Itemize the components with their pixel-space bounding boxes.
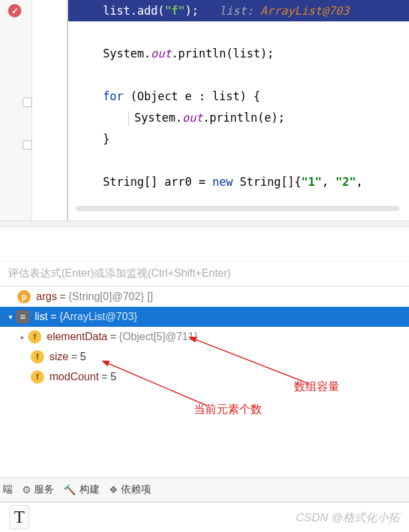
layers-icon: ❖ [109, 484, 118, 496]
fold-icon[interactable] [23, 140, 32, 150]
field-icon: f [31, 350, 44, 364]
code-line: String[] arr0 = new String[]{"1", "2", [68, 171, 409, 192]
code-content[interactable]: list.add("f"); list: ArrayList@703 Syste… [68, 0, 409, 221]
horizontal-scrollbar[interactable] [76, 206, 400, 211]
tree-row[interactable]: f size = 5 [0, 347, 409, 367]
local-var-icon: ≡ [16, 310, 29, 323]
status-bar: T CSDN @格式化小拓 [0, 503, 409, 532]
watermark: CSDN @格式化小拓 [296, 510, 400, 525]
field-icon: f [28, 330, 41, 344]
code-line: System.out.println(list); [68, 43, 409, 64]
code-line: } [68, 128, 409, 150]
code-line [68, 150, 409, 171]
tab-build[interactable]: 🔨构建 [63, 483, 100, 496]
annotation-label: 当前元素个数 [194, 402, 262, 417]
tree-row[interactable]: ▸ f elementData = {Object[5]@711} [0, 327, 409, 347]
tool-window-tabs[interactable]: 端 ⚙服务 🔨构建 ❖依赖项 [0, 477, 409, 501]
editor-gutter [32, 0, 68, 221]
code-line: System.out.println(e); [68, 107, 409, 128]
tree-row[interactable]: p args = {String[0]@702} [] [0, 287, 409, 307]
chevron-down-icon[interactable]: ▾ [5, 313, 16, 321]
debug-variables-tree[interactable]: p args = {String[0]@702} [] ▾ ≡ list = {… [0, 287, 409, 387]
chevron-right-icon[interactable]: ▸ [17, 333, 28, 342]
param-icon: p [17, 290, 31, 303]
tree-row-selected[interactable]: ▾ ≡ list = {ArrayList@703} [0, 307, 409, 327]
code-line: for (Object e : list) { [68, 86, 409, 107]
tab-terminal[interactable]: 端 [3, 483, 13, 496]
fold-icon[interactable] [23, 98, 32, 107]
hammer-icon: 🔨 [63, 484, 76, 496]
code-line [68, 64, 409, 86]
evaluate-expression-input[interactable]: 评估表达式(Enter)或添加监视(Ctrl+Shift+Enter) [0, 261, 409, 287]
panel-divider[interactable] [0, 221, 409, 227]
code-line [68, 21, 409, 43]
annotation-label: 数组容量 [294, 379, 339, 394]
execution-line: list.add("f"); list: ArrayList@703 [68, 0, 409, 21]
tab-services[interactable]: ⚙服务 [22, 483, 54, 496]
tree-row[interactable]: f modCount = 5 [0, 367, 409, 387]
field-icon: f [31, 370, 44, 384]
code-editor[interactable]: list.add("f"); list: ArrayList@703 Syste… [0, 0, 409, 221]
tab-dependencies[interactable]: ❖依赖项 [109, 483, 151, 496]
editor-margin [0, 0, 32, 221]
breakpoint-icon[interactable] [8, 4, 21, 17]
text-tool-icon[interactable]: T [9, 505, 29, 529]
gear-icon: ⚙ [22, 484, 31, 496]
